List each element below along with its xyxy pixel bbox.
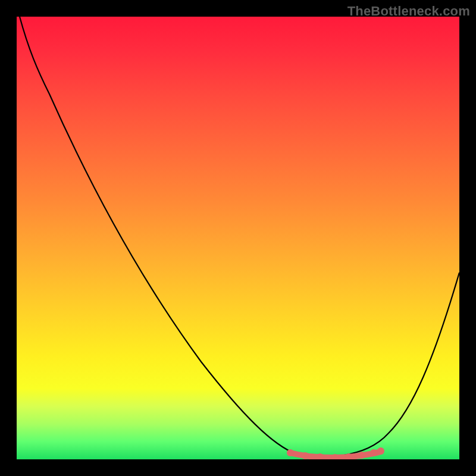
main-curve-line	[20, 17, 459, 458]
marker-dot	[345, 453, 352, 459]
highlight-stroke	[290, 452, 381, 458]
marker-dot	[287, 449, 294, 456]
marker-dot	[370, 449, 377, 456]
chart-container: TheBottleneck.com	[0, 0, 476, 476]
marker-dot	[358, 452, 365, 459]
highlight-markers	[287, 447, 384, 459]
marker-dot	[377, 447, 384, 455]
marker-dot	[302, 452, 309, 459]
plot-area	[17, 17, 459, 459]
marker-dot	[317, 453, 324, 459]
bottleneck-curve	[17, 17, 459, 459]
marker-dot	[331, 454, 339, 459]
